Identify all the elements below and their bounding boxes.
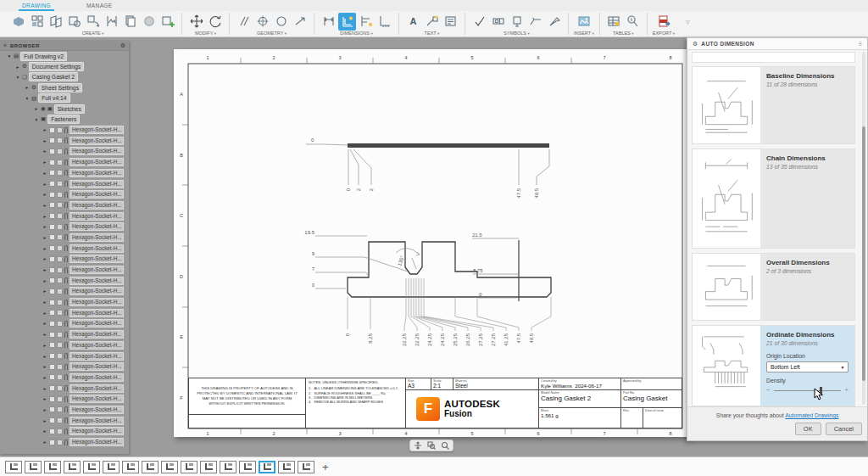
sheet-tab[interactable] — [103, 461, 120, 473]
browser-fastener-item[interactable]: ▸ Hexagon-Socket-H... — [0, 221, 129, 232]
caret-collapsed-icon[interactable]: ▸ — [42, 300, 47, 305]
caret-collapsed-icon[interactable]: ▸ — [42, 288, 47, 294]
drag-handle-icon[interactable]: ⠿ — [859, 41, 862, 47]
balloon-icon[interactable] — [624, 13, 642, 31]
move-icon[interactable] — [187, 13, 205, 31]
group-label-tables[interactable]: TABLES — [613, 31, 631, 36]
browser-item-sheet-settings[interactable]: ▸ ⚙ Sheet Settings — [0, 82, 129, 92]
browser-fastener-item[interactable]: ▸ Hexagon-Socket-H... — [0, 232, 129, 244]
caret-collapsed-icon[interactable]: ▸ — [34, 106, 39, 111]
projected-view-icon[interactable] — [28, 13, 46, 31]
caret-collapsed-icon[interactable]: ▸ — [42, 332, 47, 337]
visibility-checkbox[interactable] — [49, 342, 55, 348]
caret-collapsed-icon[interactable]: ▸ — [42, 203, 47, 208]
pan-icon[interactable] — [414, 438, 422, 453]
visibility-checkbox[interactable] — [49, 137, 55, 143]
sheet-tab[interactable] — [161, 461, 178, 473]
browser-fastener-item[interactable]: ▸ Hexagon-Socket-H... — [0, 146, 129, 157]
visibility-checkbox[interactable] — [49, 148, 55, 154]
caret-expanded-icon[interactable]: ▾ — [15, 75, 20, 80]
auxiliary-view-icon[interactable] — [84, 13, 102, 31]
visibility-checkbox[interactable] — [49, 170, 55, 176]
table-icon[interactable] — [605, 13, 623, 31]
browser-fastener-item[interactable]: ▸ Hexagon-Socket-H... — [0, 394, 129, 405]
eye-icon[interactable]: ◉ — [41, 106, 46, 112]
browser-fastener-item[interactable]: ▸ Hexagon-Socket-H... — [0, 178, 129, 189]
caret-collapsed-icon[interactable]: ▸ — [42, 224, 47, 229]
exploded-view-icon[interactable] — [140, 13, 158, 31]
card-baseline-dimensions[interactable]: Baseline Dimensions 11 of 28 dimensions — [692, 66, 855, 144]
weld-symbol-icon[interactable] — [526, 13, 544, 31]
sheet-tab[interactable] — [142, 461, 159, 473]
caret-collapsed-icon[interactable]: ▸ — [42, 311, 47, 316]
scrollbar-thumb[interactable] — [862, 126, 865, 381]
caret-collapsed-icon[interactable]: ▸ — [42, 214, 47, 219]
leader-text-icon[interactable] — [423, 13, 441, 31]
browser-item-root[interactable]: ▾ ▤ Full Drawing v2 — [0, 51, 129, 61]
decrease-density-icon[interactable]: − — [766, 387, 771, 394]
cancel-button[interactable]: Cancel — [826, 423, 862, 435]
caret-collapsed-icon[interactable]: ▸ — [42, 182, 47, 187]
caret-collapsed-icon[interactable]: ▸ — [42, 364, 47, 369]
browser-fastener-item[interactable]: ▸ Hexagon-Socket-H... — [0, 297, 129, 308]
browser-fastener-item[interactable]: ▸ Hexagon-Socket-H... — [0, 361, 129, 372]
visibility-checkbox[interactable] — [49, 428, 55, 434]
add-sheet-button[interactable]: + — [322, 462, 329, 473]
sheet-tab[interactable] — [83, 461, 100, 473]
visibility-checkbox[interactable] — [49, 310, 55, 316]
visibility-checkbox[interactable] — [49, 374, 55, 380]
group-label-text[interactable]: TEXT — [425, 31, 437, 36]
caret-expanded-icon[interactable]: ▾ — [7, 53, 12, 59]
browser-fastener-item[interactable]: ▸ Hexagon-Socket-H... — [0, 189, 129, 200]
browser-fastener-item[interactable]: ▸ Hexagon-Socket-H... — [0, 426, 129, 437]
browser-item-fasteners[interactable]: ▾ ▣ Fasteners — [0, 114, 129, 124]
circle-icon[interactable] — [272, 13, 290, 31]
browser-fastener-item[interactable]: ▸ Hexagon-Socket-H... — [0, 339, 129, 350]
visibility-checkbox[interactable] — [49, 192, 55, 198]
zoom-window-icon[interactable] — [427, 438, 436, 453]
export-pdf-icon[interactable] — [654, 13, 672, 31]
caret-collapsed-icon[interactable]: ▸ — [42, 375, 47, 380]
visibility-checkbox[interactable] — [49, 181, 55, 187]
top-view[interactable]: 0 0 2 2 47.5 49.5 — [306, 137, 549, 199]
group-label-insert[interactable]: INSERT — [574, 31, 591, 36]
visibility-checkbox[interactable] — [49, 396, 55, 402]
visibility-checkbox[interactable] — [49, 364, 55, 370]
sheet-tab[interactable] — [259, 461, 275, 473]
visibility-checkbox[interactable] — [49, 127, 55, 133]
feature-control-frame-icon[interactable] — [489, 13, 507, 31]
sheet-tab[interactable] — [122, 461, 139, 473]
text-icon[interactable]: A — [404, 13, 422, 31]
auto-dimension-icon[interactable] — [338, 13, 356, 31]
browser-fastener-item[interactable]: ▸ Hexagon-Socket-H... — [0, 307, 129, 318]
browser-fastener-item[interactable]: ▸ Hexagon-Socket-H... — [0, 265, 129, 276]
caret-collapsed-icon[interactable]: ▸ — [42, 396, 47, 401]
visibility-checkbox[interactable] — [49, 406, 55, 412]
auto-dimension-header[interactable]: ⚙ AUTO DIMENSION ⠿ — [687, 38, 867, 50]
visibility-checkbox[interactable] — [49, 353, 55, 359]
browser-item-document-settings[interactable]: ▸ ⚙ Document Settings — [0, 61, 129, 71]
visibility-checkbox[interactable] — [49, 224, 55, 230]
group-label-geometry[interactable]: GEOMETRY — [257, 31, 283, 36]
browser-item-full-view[interactable]: ▾ ▧ Full v4:14 — [0, 93, 129, 104]
visibility-checkbox[interactable] — [49, 245, 55, 251]
create-sketch-icon[interactable] — [159, 13, 176, 31]
caret-collapsed-icon[interactable]: ▸ — [42, 354, 47, 359]
visibility-checkbox[interactable] — [49, 277, 55, 283]
browser-fastener-item[interactable]: ▸ Hexagon-Socket-H... — [0, 405, 129, 416]
sheet-tab[interactable] — [298, 461, 314, 473]
group-label-symbols[interactable]: SYMBOLS — [504, 31, 526, 36]
break-view-icon[interactable] — [103, 13, 120, 31]
visibility-checkbox[interactable] — [49, 440, 55, 445]
increase-density-icon[interactable]: + — [844, 387, 849, 394]
front-view[interactable]: 19.5 9 7 0 21.5 8.75 0 135° — [304, 230, 551, 346]
collapse-panel-icon[interactable]: « — [3, 42, 7, 48]
linear-dimension-icon[interactable] — [320, 13, 337, 31]
caret-collapsed-icon[interactable]: ▸ — [42, 192, 47, 197]
detail-view-icon[interactable] — [65, 13, 83, 31]
visibility-checkbox[interactable] — [49, 234, 55, 240]
drawing-sheet[interactable]: 1 2 3 4 5 6 7 8 1 2 3 4 5 6 7 8 A B C D … — [174, 49, 693, 437]
browser-item-sketches[interactable]: ▸ ◉ ▣ Sketches — [0, 104, 129, 114]
centerline-icon[interactable] — [291, 13, 309, 31]
sheet-tab[interactable] — [64, 461, 81, 473]
